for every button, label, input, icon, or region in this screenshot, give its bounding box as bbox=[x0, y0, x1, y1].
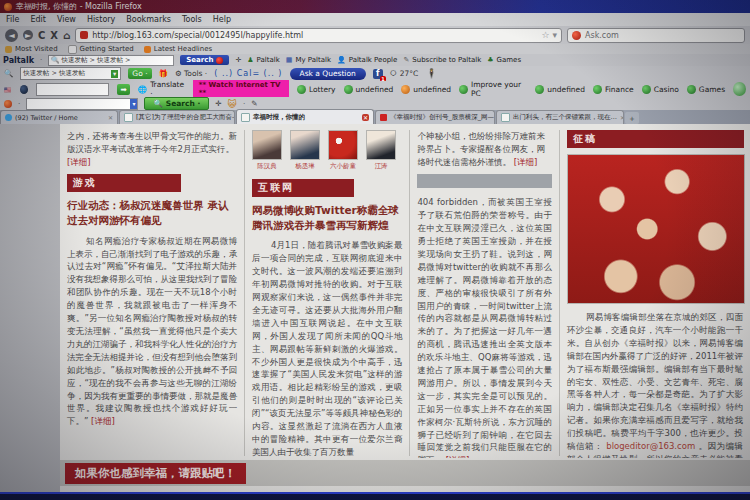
tab-twitter[interactable]: (92) Twitter / Home ✕ bbox=[0, 110, 118, 124]
translate-menu[interactable]: 🌐 Translate · bbox=[138, 80, 185, 98]
games-icon: ♣ bbox=[487, 56, 493, 64]
dropdown-arrow-icon: ▾ bbox=[111, 70, 118, 78]
eyes-widget[interactable]: ( ..) Cal= (.. ) bbox=[214, 69, 282, 78]
toolbar-link-undefined-2[interactable]: undefined bbox=[401, 85, 451, 94]
quick-post-dropdown[interactable]: 快速发帖 > 快速发帖 ▾ bbox=[20, 67, 121, 80]
folder-icon bbox=[5, 46, 12, 53]
rss-icon bbox=[144, 46, 151, 53]
cat-icon[interactable]: 😺 bbox=[228, 99, 237, 109]
celebrity-item[interactable]: 杨丞琳 bbox=[290, 130, 320, 171]
paltalk-search-button[interactable]: Search bbox=[180, 55, 229, 65]
bookmark-most-visited[interactable]: Most Visited bbox=[5, 45, 58, 53]
paltalk-link-games[interactable]: ♣ Games bbox=[487, 56, 521, 64]
toolbar-grip: · bbox=[18, 99, 20, 108]
tab-close-icon[interactable]: ✕ bbox=[108, 114, 113, 121]
detail-link[interactable]: [详细] bbox=[67, 157, 91, 167]
facebook-icon[interactable]: f bbox=[373, 69, 383, 79]
celebrity-item[interactable]: 陈汉典 bbox=[252, 130, 282, 171]
bookmark-latest-headlines[interactable]: Latest Headlines bbox=[144, 45, 212, 53]
back-button[interactable]: ◄ bbox=[5, 29, 18, 42]
tab-close-icon[interactable]: ✕ bbox=[620, 114, 624, 121]
ask-a-question-button[interactable]: Ask a Question bbox=[290, 68, 366, 80]
toolbar-link-improve-pc[interactable]: Improve your PC bbox=[459, 80, 527, 98]
tools-menu[interactable]: ⚙ Tools · bbox=[175, 69, 207, 78]
menu-bookmarks[interactable]: Bookmarks bbox=[126, 15, 171, 24]
magnifier-icon[interactable]: 🔍 bbox=[4, 69, 13, 78]
paltalk-link-people[interactable]: 👤 Paltalk People bbox=[337, 56, 397, 64]
bookmark-getting-started[interactable]: Getting Started bbox=[68, 45, 134, 54]
paltalk-logo-icon bbox=[216, 57, 223, 64]
twitter-bird-icon bbox=[5, 114, 12, 121]
detail-link[interactable]: [详细] bbox=[514, 157, 538, 167]
dropdown-arrow-icon: ▾ bbox=[130, 99, 137, 109]
reload-button[interactable]: C bbox=[38, 30, 45, 41]
forward-button[interactable]: ► bbox=[23, 30, 33, 40]
tab-first-issue[interactable]: 《幸福时报》创刊号_股票横深_网— ✕ bbox=[375, 110, 495, 124]
window-title: 幸福时报, 你懂的 - Mozilla Firefox bbox=[16, 1, 142, 12]
email-link[interactable]: blogeditor@163.com bbox=[606, 441, 695, 451]
page-icon bbox=[68, 45, 77, 54]
toolbar-link-undefined-3[interactable]: undefined bbox=[535, 85, 585, 94]
orange-dot-icon[interactable] bbox=[4, 100, 12, 108]
menu-file[interactable]: File bbox=[6, 15, 19, 24]
section-header-internet: 互联网 bbox=[252, 179, 354, 197]
toolbar-link-games[interactable]: Games bbox=[687, 85, 725, 94]
watch-internet-tv-button[interactable]: ** Watch Internet TV ** bbox=[193, 80, 289, 98]
internet-article-title[interactable]: 网易微博收购Twitter称霸全球 腾讯游戏吞并暴雪再写新辉煌 bbox=[252, 203, 402, 232]
weather-widget[interactable]: 🌣 27°C bbox=[390, 69, 418, 78]
tab-bar: (92) Twitter / Home ✕ [其它]为了理想中的合肥工大而奋--… bbox=[0, 110, 750, 124]
search-dropdown[interactable]: ▾ bbox=[26, 98, 138, 110]
finance-icon bbox=[593, 85, 602, 94]
celebrity-item[interactable]: 六小龄童 bbox=[328, 130, 358, 171]
person-icon: 👤 bbox=[337, 56, 346, 64]
tab-happy-times-active[interactable]: 幸福时报，你懂的 ✕ bbox=[236, 109, 374, 124]
paltalk-link-my-paltalk[interactable]: ▦ My Paltalk bbox=[286, 56, 331, 64]
plus-icon[interactable]: ✛ bbox=[215, 99, 221, 108]
section-header-submissions: 征稿 bbox=[567, 130, 744, 148]
search-bar[interactable]: Ask.com bbox=[567, 28, 745, 43]
gift-icon[interactable]: 🎁 bbox=[159, 69, 168, 78]
menu-history[interactable]: History bbox=[87, 15, 115, 24]
menu-edit[interactable]: Edit bbox=[30, 15, 46, 24]
green-search-button[interactable]: 🔍 Search · bbox=[144, 97, 209, 110]
tab-hefei[interactable]: [其它]为了理想中的合肥工大而奋-- ✕ bbox=[119, 110, 235, 124]
browser-viewport: 之内，还将考查考生以甲骨文写作的能力。新版汉语水平考试改革将于今年2月正式实行。… bbox=[0, 124, 750, 492]
toolbar-grip: · bbox=[243, 99, 245, 108]
toolbar-link-undefined-1[interactable]: undefined bbox=[344, 85, 394, 94]
toolbar-link-casino[interactable]: Casino bbox=[642, 85, 679, 94]
submit-arrow-button[interactable]: ➡ bbox=[117, 84, 129, 95]
firefox-window: 幸福时报, 你懂的 - Mozilla Firefox File Edit Vi… bbox=[0, 0, 750, 500]
flag-icon: 🇺🇸 bbox=[4, 86, 12, 93]
detail-link[interactable]: [详细] bbox=[91, 416, 115, 426]
detail-link[interactable]: [详细] bbox=[446, 455, 470, 458]
url-bar[interactable]: http://blog.163.com/special/0012495I/hap… bbox=[75, 28, 562, 43]
games-article-body: 知名网瘾治疗专家杨叔近期在网易微博上表示，自己渐渐找到了电子游戏的乐趣，承认过去… bbox=[67, 235, 237, 429]
toolbar-link-lottery[interactable]: Lottery bbox=[297, 85, 336, 94]
toolbar-link-finance[interactable]: Finance bbox=[593, 85, 634, 94]
pen-icon[interactable]: ✎ bbox=[251, 99, 257, 108]
stop-button[interactable]: X bbox=[50, 30, 58, 41]
globe-icon[interactable] bbox=[20, 85, 28, 94]
celebrity-item[interactable]: 江涛 bbox=[366, 130, 396, 171]
bookmark-star-icon[interactable]: ☆ ▾ bbox=[542, 30, 557, 40]
red-person-icon[interactable]: 🕴 bbox=[425, 68, 437, 79]
netease-icon bbox=[380, 114, 387, 121]
menu-tools[interactable]: Tools bbox=[182, 15, 202, 24]
menu-help[interactable]: Help bbox=[213, 15, 231, 24]
paltalk-search-input[interactable]: 🔍 快速发帖 > 快速发帖 > bbox=[48, 55, 174, 66]
paltalk-link-subscribe[interactable]: ✎ Subscribe to Paltalk bbox=[403, 56, 481, 64]
menu-view[interactable]: View bbox=[57, 15, 76, 24]
toolbar-text-input[interactable] bbox=[36, 83, 110, 96]
new-tab-button[interactable]: ＋ bbox=[625, 112, 639, 124]
celebrity-photo bbox=[366, 130, 396, 160]
games-article-title[interactable]: 行业动态：杨叔沉迷魔兽世界 承认过去对网游怀有偏见 bbox=[67, 198, 237, 227]
tab-close-icon[interactable]: ✕ bbox=[362, 114, 369, 121]
tab-bodyguards[interactable]: 出门利头，有三个保镖紧跟，现在… ✕ bbox=[496, 110, 624, 124]
ask-engine-icon[interactable] bbox=[572, 31, 581, 40]
column-games: 之内，还将考查考生以甲骨文写作的能力。新版汉语水平考试改革将于今年2月正式实行。… bbox=[60, 128, 244, 458]
go-button[interactable]: Go · bbox=[128, 68, 151, 79]
screen-bottom-edge bbox=[0, 492, 750, 500]
reply-banner[interactable]: 如果你也感到幸福，请跟贴吧！ bbox=[65, 463, 246, 484]
home-button[interactable]: ⌂ bbox=[63, 30, 70, 41]
paltalk-link-paltalk[interactable]: ♟ Paltalk bbox=[247, 56, 279, 64]
